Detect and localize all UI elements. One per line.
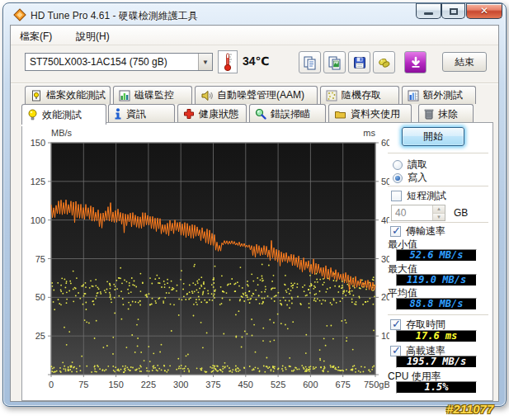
separator [388,222,488,223]
tab-label: 資訊 [126,107,146,121]
svg-text:60: 60 [381,138,389,148]
save-button[interactable] [348,51,370,73]
svg-text:40: 40 [381,215,389,225]
svg-text:450: 450 [238,380,253,389]
radio-selected-icon [393,173,403,183]
drive-select[interactable]: ST750LX003-1AC154 (750 gB) ▼ [25,53,213,71]
transfer-rate-checkbox[interactable]: 傳輸速率 [390,224,445,238]
watermark: #211077 [446,402,493,416]
transfer-rate-label: 傳輸速率 [406,224,445,238]
svg-text:525: 525 [271,380,285,389]
svg-text:675: 675 [336,380,351,389]
random-dots-icon [326,90,337,101]
temperature-value: 34℃ [243,54,270,68]
svg-text:25: 25 [35,331,45,341]
bulb-icon [27,109,38,121]
magnifier-icon [255,108,266,120]
avg-value: 88.8 MB/s [396,298,477,310]
svg-text:150: 150 [108,380,123,389]
exit-button[interactable]: 結束 [442,52,487,72]
copy-image-button[interactable] [323,51,346,73]
svg-text:150: 150 [31,138,45,148]
read-radio-label: 讀取 [408,158,427,172]
svg-text:0: 0 [49,380,54,389]
chevron-down-icon[interactable]: ▼ [198,54,212,70]
tab-label: 額外測試 [423,88,463,102]
tab-extra-tests[interactable]: 額外測試 [402,86,476,104]
update-button[interactable] [404,51,427,73]
cpu-usage-value: 1.5% [396,381,477,394]
tab-error-scan[interactable]: 錯誤掃瞄 [249,104,326,123]
tab-label: 健康狀態 [199,107,238,121]
speaker-icon [200,90,213,101]
minimize-icon [424,12,433,15]
tab-label: 抹除 [438,107,458,121]
tab-label: 資料夾使用 [351,107,400,121]
tab-label: 錯誤掃瞄 [271,107,310,121]
short-test-size-stepper[interactable]: 40 ▲▼ [391,205,445,221]
close-button[interactable]: ✕ [466,3,502,19]
app-logo-icon [13,8,26,21]
svg-text:125: 125 [31,177,45,186]
screen: HD Tune Pro 4.61 - 硬碟檢測維護工具 ✕ 檔案(F) 說明(H… [0,0,509,420]
maximize-icon [450,8,458,15]
svg-text:750gB: 750gB [364,380,389,389]
start-button[interactable]: 開始 [402,127,464,146]
copy-image-icon [328,55,342,70]
tab-disk-monitor[interactable]: 磁碟監控 [113,86,192,104]
tab-label: 磁碟監控 [134,88,174,102]
tab-aam[interactable]: 自動噪聲管理(AAM) [195,86,318,104]
svg-text:375: 375 [205,380,220,389]
tab-label: 自動噪聲管理(AAM) [217,88,304,102]
tab-label: 檔案效能測試 [46,88,106,102]
max-value: 119.0 MB/s [396,274,477,286]
separator [388,314,488,315]
extra-chart-icon [408,90,419,101]
export-button[interactable] [373,51,395,73]
export-icon [377,55,392,70]
tab-erase[interactable]: 抹除 [418,104,474,123]
tab-label: 效能測試 [42,108,82,122]
tab-file-benchmark[interactable]: 檔案效能測試 [25,86,111,104]
short-test-checkbox[interactable]: 短程測試 [391,189,446,203]
checkbox-checked-icon [390,319,401,330]
info-icon [114,108,122,120]
svg-text:300: 300 [173,380,188,389]
trash-icon [424,108,434,120]
thermometer-icon [221,52,234,72]
window-title: HD Tune Pro 4.61 - 硬碟檢測維護工具 [31,9,198,23]
bar-chart-icon [119,90,130,101]
drive-select-value: ST750LX003-1AC154 (750 gB) [26,56,198,68]
svg-text:10: 10 [381,331,389,341]
tab-label: 隨機存取 [342,88,381,102]
tab-benchmark-active[interactable]: 效能測試 [21,104,106,125]
tab-folder-usage[interactable]: 資料夾使用 [328,104,412,123]
temperature-box [218,50,238,73]
minimize-button[interactable] [416,3,441,19]
copy-text-button[interactable] [299,51,321,73]
radio-unselected-icon [393,160,403,170]
burst-rate-value: 195.7 MB/s [396,356,477,368]
save-icon [352,55,367,70]
tab-health[interactable]: 健康狀態 [177,104,247,123]
svg-text:ms: ms [363,128,375,138]
svg-text:75: 75 [35,254,45,264]
stepper-up-icon[interactable]: ▲ [433,205,445,214]
read-radio[interactable]: 讀取 [393,158,427,172]
write-radio[interactable]: 寫入 [393,171,427,185]
health-cross-icon [183,108,195,120]
stepper-down-icon[interactable]: ▼ [433,214,445,221]
short-test-size-value: 40 [392,205,432,220]
menu-file[interactable]: 檔案(F) [16,29,55,45]
checkbox-checked-icon [390,226,401,237]
svg-text:75: 75 [78,380,88,389]
maximize-button[interactable] [441,3,465,19]
svg-text:225: 225 [141,380,156,389]
stepper-arrows[interactable]: ▲▼ [432,205,445,220]
menu-help[interactable]: 說明(H) [73,29,113,45]
write-radio-label: 寫入 [408,171,427,185]
copy-text-icon [303,55,318,70]
tab-random-access[interactable]: 隨機存取 [320,86,399,104]
svg-text:50: 50 [35,292,45,302]
tab-info[interactable]: 資訊 [108,104,175,123]
